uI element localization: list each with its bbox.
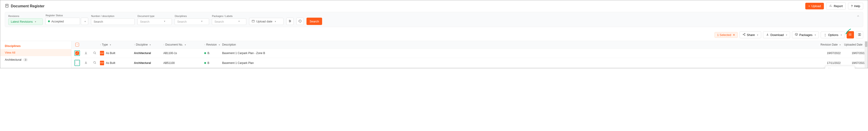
svg-point-15 [743, 34, 743, 35]
filter-packages-label: Packages / Labels [212, 15, 246, 17]
download-row-icon[interactable] [84, 52, 88, 55]
svg-rect-26 [858, 34, 860, 36]
checkbox-master[interactable]: − [75, 43, 79, 46]
chevron-down-icon: ▾ [164, 20, 165, 24]
svg-line-34 [95, 63, 96, 64]
sort-icon: ↑ [134, 44, 135, 46]
report-icon [829, 4, 832, 8]
chevron-down-icon: ▾ [841, 34, 842, 36]
row-checkbox[interactable] [75, 61, 79, 64]
plus-icon: + [808, 4, 810, 8]
columns-icon [858, 33, 861, 37]
sidebar-view-all[interactable]: View All [0, 49, 71, 56]
collapse-filters[interactable] [857, 14, 860, 18]
chevron-down-icon: ▾ [219, 44, 220, 46]
status-dot-icon [48, 20, 50, 22]
sort-icon: ↑ [163, 44, 164, 46]
svg-point-24 [849, 34, 849, 35]
chevron-down-icon: ▾ [110, 44, 111, 46]
svg-line-17 [743, 34, 744, 34]
options-dropdown: Merge Edit Compare Delete Link Documents [825, 66, 855, 68]
view-row-icon[interactable] [93, 52, 96, 55]
filter-number-input[interactable] [91, 18, 135, 25]
upload-button[interactable]: +Upload [805, 3, 824, 9]
svg-point-11 [289, 20, 290, 20]
svg-point-12 [290, 20, 291, 21]
chevron-down-icon: ▾ [815, 34, 816, 36]
chevron-down-icon: ▾ [150, 44, 151, 46]
page-title: Document Register [11, 4, 44, 8]
filter-disciplines[interactable]: Search▾ [175, 18, 209, 25]
svg-point-16 [744, 35, 745, 36]
row-checkbox[interactable]: ✓ [75, 51, 79, 55]
sidebar-item-architectural[interactable]: Architectural3 [0, 56, 71, 63]
packages-button[interactable]: Packages▾ [792, 31, 819, 38]
download-button[interactable]: Download▾ [763, 31, 790, 38]
chevron-down-icon: ▾ [35, 20, 36, 23]
chevron-down-icon: ▾ [786, 34, 787, 36]
download-icon [766, 33, 769, 37]
sort-icon: ↑ [100, 44, 101, 46]
status-dot-icon [204, 52, 206, 54]
search-button[interactable]: Search [307, 17, 322, 25]
filter-packages[interactable]: Search▾ [212, 18, 246, 25]
dropdown-merge[interactable]: Merge [825, 66, 855, 68]
split-view-button[interactable] [856, 31, 863, 39]
chevron-down-icon: ▾ [185, 44, 186, 46]
package-icon [795, 33, 798, 37]
share-icon [743, 33, 746, 37]
share-button[interactable]: Share▾ [740, 31, 762, 38]
scroll-thumb[interactable] [865, 41, 867, 47]
sidebar-heading: Disciplines [0, 43, 71, 49]
calendar-icon [252, 19, 255, 24]
svg-line-18 [743, 35, 744, 35]
svg-point-25 [849, 35, 849, 35]
view-row-icon[interactable] [93, 61, 96, 65]
filter-doctype-label: Document type [137, 15, 172, 17]
sidebar-count-badge: 3 [23, 58, 28, 61]
table-row[interactable]: ✓ PDFAs Built Architectural AB1100-1s B.… [71, 49, 868, 58]
filter-revisions[interactable]: Latest Revisions▾ [8, 18, 43, 25]
sliders-icon [288, 19, 291, 24]
filter-status-expand[interactable]: ▾ [81, 17, 88, 25]
selected-pill: 1 Selected ✕ [715, 32, 738, 38]
options-button[interactable]: ⋮Options▾ [821, 32, 845, 38]
pdf-icon: PDF [100, 61, 104, 65]
clear-selection-icon[interactable]: ✕ [733, 33, 735, 37]
filter-doctype[interactable]: Search▾ [137, 18, 172, 25]
svg-rect-6 [252, 20, 254, 22]
filter-reset-button[interactable] [297, 17, 304, 25]
filter-disciplines-label: Disciplines [175, 15, 209, 17]
svg-line-31 [95, 53, 96, 54]
table-row[interactable]: PDFAs Built Architectural AB51100 B Base… [71, 58, 868, 68]
refresh-icon [299, 19, 302, 24]
filter-number-label: Number / description [91, 15, 135, 17]
merge-icon [828, 68, 831, 68]
svg-point-33 [94, 61, 95, 63]
sort-icon: ↑ [204, 44, 206, 46]
chevron-down-icon: ▾ [201, 20, 203, 24]
chevron-down-icon: ▾ [85, 20, 86, 23]
status-dot-icon [204, 62, 206, 64]
filter-upload-date[interactable]: Upload date▾ [249, 18, 283, 25]
report-button[interactable]: Report [826, 2, 846, 10]
svg-point-14 [744, 33, 745, 34]
list-view-button[interactable] [847, 31, 854, 39]
scrollbar[interactable] [865, 41, 868, 68]
svg-point-30 [94, 52, 95, 54]
filter-settings-button[interactable] [286, 17, 293, 25]
chevron-down-icon: ▾ [275, 20, 276, 23]
svg-point-13 [289, 21, 290, 22]
chevron-down-icon: ▾ [839, 44, 841, 46]
filter-revisions-label: Revisions [8, 15, 43, 17]
svg-rect-27 [860, 34, 861, 36]
download-row-icon[interactable] [84, 61, 88, 65]
chevron-down-icon: ▾ [239, 20, 240, 24]
list-icon [849, 33, 852, 37]
chevron-down-icon: ▾ [757, 34, 758, 36]
filter-status-label: Register Status [45, 14, 88, 17]
dots-icon: ⋮ [824, 33, 827, 37]
help-button[interactable]: ?Help [848, 3, 863, 9]
filter-status[interactable]: Accepted [45, 17, 80, 25]
register-icon [5, 4, 9, 8]
